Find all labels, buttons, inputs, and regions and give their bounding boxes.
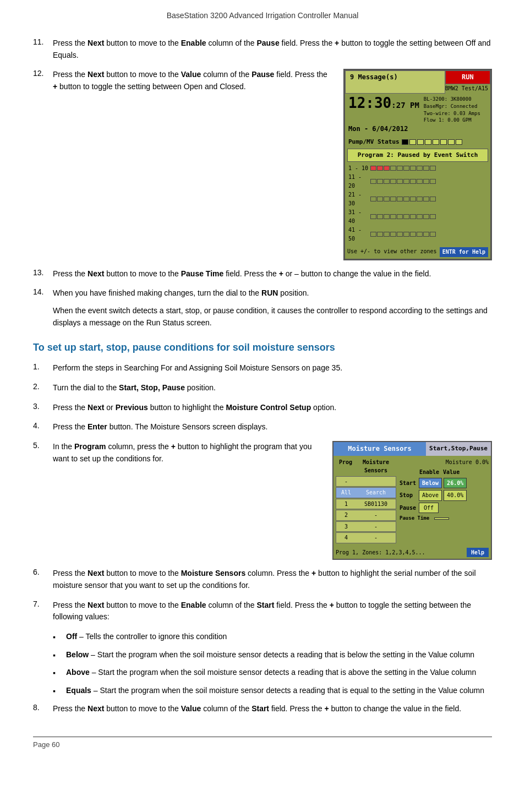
lcd-run-sub: BMW2 Test/A15 bbox=[445, 84, 490, 94]
list-num-m7: 7. bbox=[33, 600, 53, 608]
ms-ssp: Start,Stop,Pause bbox=[426, 442, 491, 456]
ms-right: Moisture 0.0% Enable Value Start Below 2… bbox=[400, 458, 489, 544]
page-footer: Page 60 bbox=[33, 737, 492, 749]
list-num-12: 12. bbox=[33, 69, 53, 78]
lcd-time-sub: :27 PM bbox=[391, 101, 419, 110]
zone-row-4: 31 - 40 bbox=[348, 208, 487, 225]
section-heading: To set up start, stop, pause conditions … bbox=[33, 342, 492, 353]
footer-page: Page 60 bbox=[33, 740, 59, 749]
lcd-bottom-bar: Use +/- to view other zones ENTR for Hel… bbox=[345, 246, 490, 259]
ms-pause-time-box[interactable] bbox=[434, 517, 449, 520]
lcd-info-line2: BaseMgr: Connected bbox=[424, 103, 480, 110]
bullet-below: Below – Start the program when the soil … bbox=[53, 649, 492, 662]
list-num-13: 13. bbox=[33, 268, 53, 277]
lcd-status-label: Pump/MV Status bbox=[348, 137, 400, 146]
ms-prog-header: Prog bbox=[336, 458, 356, 475]
zb bbox=[410, 166, 416, 171]
lcd-top-bar: 9 Message(s) RUN BMW2 Test/A15 bbox=[345, 70, 490, 94]
bullet-off: Off – Tells the controller to ignore thi… bbox=[53, 631, 492, 644]
ms-pause-time-row: Pause Time bbox=[400, 515, 489, 522]
lcd-date: Mon - 6/04/2012 bbox=[345, 124, 490, 137]
ms-row-dash: - bbox=[336, 476, 396, 487]
lcd-zones: 1 - 10 bbox=[345, 163, 490, 245]
ms-pause-enable[interactable]: Off bbox=[419, 503, 439, 514]
header-title: BaseStation 3200 Advanced Irrigation Con… bbox=[167, 11, 359, 20]
ms-row-all: All Search bbox=[336, 487, 396, 498]
lcd-run: RUN bbox=[445, 70, 490, 84]
ms-row-4: 4 - bbox=[336, 532, 396, 543]
ms-stop-enable[interactable]: Above bbox=[419, 490, 442, 501]
lcd-bar-4 bbox=[425, 139, 431, 145]
lcd-status-row: Pump/MV Status bbox=[345, 136, 490, 148]
lcd-bar-2 bbox=[409, 139, 416, 145]
list-item-m7: 7. Press the Next button to move to the … bbox=[33, 600, 492, 623]
list-item-m4: 4. Press the Enter button. The Moisture … bbox=[33, 421, 492, 433]
lcd-paused: Program 2: Paused by Event Switch bbox=[347, 149, 488, 161]
list-num-m6: 6. bbox=[33, 568, 53, 576]
list-content-m4: Press the Enter button. The Moisture Sen… bbox=[53, 421, 492, 433]
list-item-8: 8. Press the Next button to move to the … bbox=[33, 703, 492, 715]
list-num-m2: 2. bbox=[33, 382, 53, 391]
ms-bottom-text: Prog 1, Zones: 1,2,3,4,5... bbox=[336, 548, 425, 557]
moisture-text: In the Program column, press the + butto… bbox=[53, 441, 322, 465]
zb bbox=[377, 166, 383, 171]
ms-body: Prog MoistureSensors - All Se bbox=[333, 456, 491, 546]
ms-pause-row: Pause Off bbox=[400, 503, 489, 514]
list-content-14: When you have finished making changes, t… bbox=[53, 287, 492, 329]
ms-pause-time-label: Pause Time bbox=[400, 515, 433, 522]
ms-row-2: 2 - bbox=[336, 510, 396, 521]
list-item-m3: 3. Press the Next or Previous button to … bbox=[33, 402, 492, 414]
bullet-list: Off – Tells the controller to ignore thi… bbox=[53, 631, 492, 697]
lcd-bar-1 bbox=[402, 139, 408, 145]
ms-pause-label: Pause bbox=[400, 504, 417, 513]
ms-header-row: Prog MoistureSensors bbox=[336, 458, 396, 475]
list-num-m4: 4. bbox=[33, 421, 53, 430]
ms-top-bar: Moisture Sensors Start,Stop,Pause bbox=[333, 442, 491, 456]
page-header: BaseStation 3200 Advanced Irrigation Con… bbox=[33, 11, 492, 24]
lcd-time: 12:30 bbox=[348, 95, 391, 111]
zb bbox=[397, 166, 403, 171]
bottom-list: 8. Press the Next button to move to the … bbox=[33, 703, 492, 715]
lcd-help-btn[interactable]: ENTR for Help bbox=[440, 247, 488, 257]
ms-bottom: Prog 1, Zones: 1,2,3,4,5... Help bbox=[333, 546, 491, 559]
item14-subpara: When the event switch detects a start, s… bbox=[53, 305, 492, 329]
list-content-8: Press the Next button to move to the Val… bbox=[53, 703, 492, 715]
lcd-time-row: 12:30:27 PM BL-3200: 3K80000 BaseMgr: Co… bbox=[345, 94, 490, 123]
list-content-m1: Perform the steps in Searching For and A… bbox=[53, 362, 492, 374]
ms-stop-row: Stop Above 40.0% bbox=[400, 490, 489, 501]
list-content-12: Press the Next button to move to the Val… bbox=[53, 69, 492, 260]
list-content-11: Press the Next button to move to the Ena… bbox=[53, 37, 492, 61]
ms-sensor-header: MoistureSensors bbox=[356, 458, 396, 475]
list-item-11: 11. Press the Next button to move to the… bbox=[33, 37, 492, 61]
ms-enable-header: Enable bbox=[419, 468, 439, 477]
ms-stop-label: Stop bbox=[400, 491, 417, 500]
list-num-m3: 3. bbox=[33, 402, 53, 411]
lcd-bar-8 bbox=[456, 139, 462, 145]
lcd-bar-6 bbox=[440, 139, 447, 145]
list-item-13: 13. Press the Next button to move to the… bbox=[33, 268, 492, 280]
list-num-m5: 5. bbox=[33, 441, 53, 450]
ms-start-value[interactable]: 26.0% bbox=[444, 478, 467, 489]
lcd-info-line4: Flow 1: 0.00 GPM bbox=[424, 117, 480, 124]
bullet-equals: Equals – Start the program when the soil… bbox=[53, 685, 492, 697]
list-content-m7: Press the Next button to move to the Ena… bbox=[53, 600, 492, 623]
ms-help-btn[interactable]: Help bbox=[467, 548, 489, 558]
zone-row-5: 41 - 50 bbox=[348, 226, 487, 243]
list-num-m1: 1. bbox=[33, 362, 53, 371]
list-item-m5: 5. In the Program column, press the + bu… bbox=[33, 441, 492, 560]
ms-start-enable[interactable]: Below bbox=[419, 478, 442, 489]
ms-row-3: 3 - bbox=[336, 521, 396, 532]
list-item-12: 12. Press the Next button to move to the… bbox=[33, 69, 492, 260]
zb bbox=[370, 166, 376, 171]
lcd-bar-7 bbox=[448, 139, 455, 145]
lcd-screen-1: 9 Message(s) RUN BMW2 Test/A15 12:30:27 … bbox=[343, 69, 492, 260]
zone-row-2: 11 - 20 bbox=[348, 173, 487, 190]
lcd-bar-3 bbox=[417, 139, 424, 145]
top-numbered-list: 11. Press the Next button to move to the… bbox=[33, 37, 492, 329]
list-content-m6: Press the Next button to move to the Moi… bbox=[53, 568, 492, 591]
ms-moisture-pct: Moisture 0.0% bbox=[400, 458, 489, 467]
ms-value-header: Value bbox=[441, 468, 461, 477]
ms-start-label: Start bbox=[400, 479, 417, 488]
list-num-11: 11. bbox=[33, 37, 53, 46]
ms-stop-value[interactable]: 40.0% bbox=[444, 490, 467, 501]
